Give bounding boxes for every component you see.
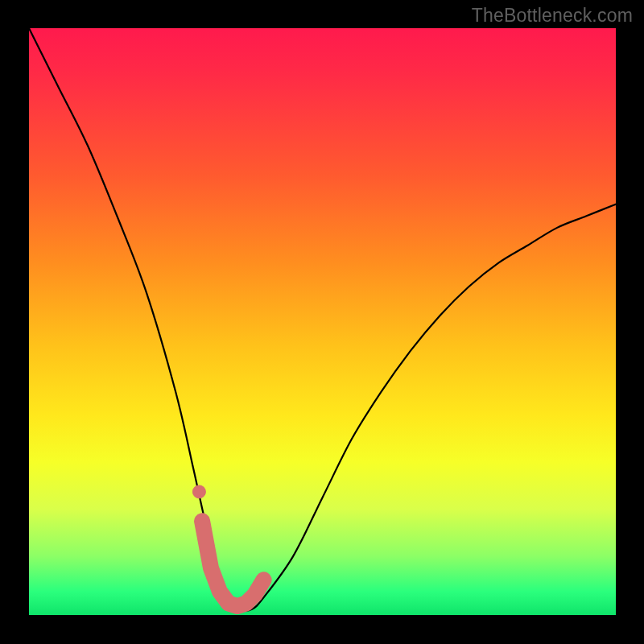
sweet-spot-stroke (202, 521, 264, 606)
bottleneck-curve (29, 28, 616, 611)
sweet-spot-highlight (192, 485, 263, 606)
chart-svg (29, 28, 616, 615)
sweet-spot-dot (192, 485, 205, 498)
watermark-label: TheBottleneck.com (472, 5, 633, 27)
plot-area (29, 28, 616, 615)
chart-frame: TheBottleneck.com (0, 0, 644, 644)
